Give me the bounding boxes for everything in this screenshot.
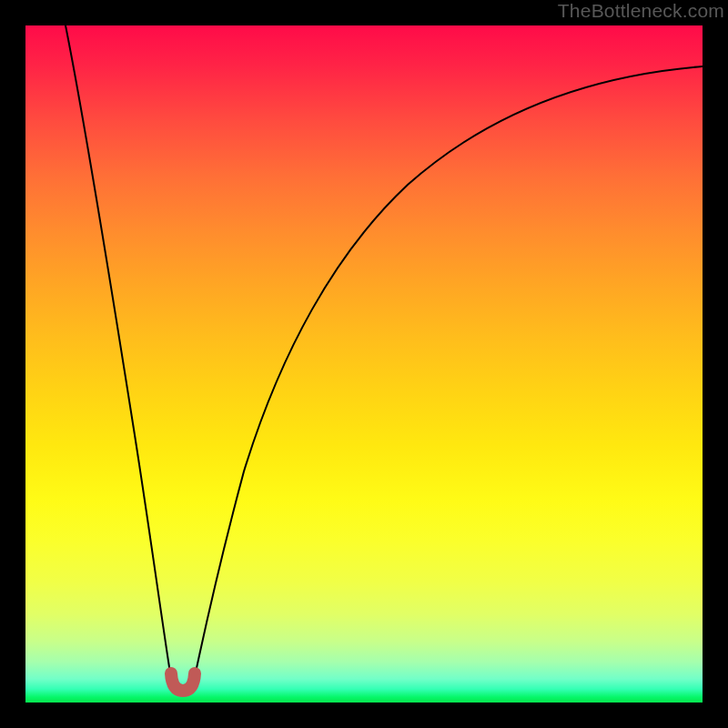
bottleneck-plot xyxy=(25,25,703,703)
optimum-marker xyxy=(171,673,195,691)
chart-area xyxy=(25,25,703,703)
attribution-text: TheBottleneck.com xyxy=(558,0,724,22)
left-curve-branch xyxy=(66,25,173,684)
right-curve-branch xyxy=(193,66,703,684)
